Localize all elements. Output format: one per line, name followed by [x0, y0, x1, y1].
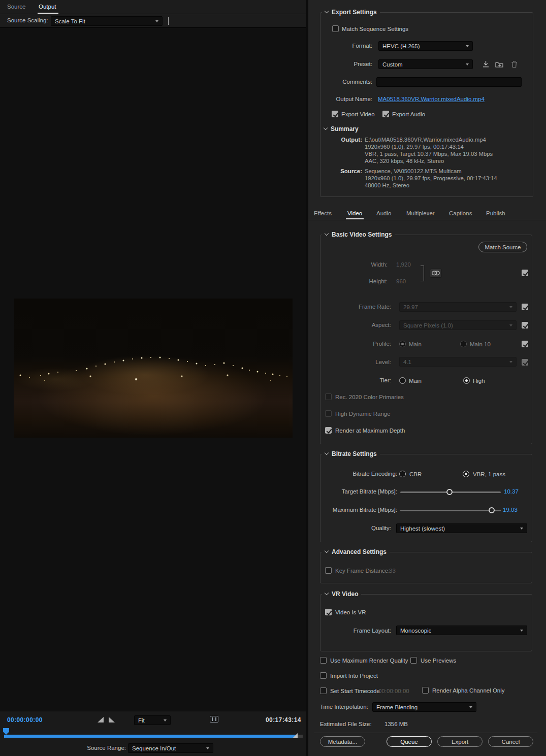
vbr-radio[interactable]	[463, 471, 469, 477]
video-is-vr-label: Video Is VR	[335, 609, 366, 615]
summary-output-line: E:\out\MA0518.360VR,Warrior.mixedAudio.m…	[365, 137, 486, 143]
hdr-checkbox	[325, 410, 332, 417]
bitrate-header[interactable]: Bitrate Settings	[322, 450, 380, 458]
tab-multiplexer[interactable]: Multiplexer	[406, 210, 435, 216]
set-in-point-icon[interactable]	[98, 717, 104, 722]
frame-rate-override-checkbox[interactable]	[522, 304, 528, 310]
match-source-button[interactable]: Match Source	[478, 242, 527, 252]
tab-source[interactable]: Source	[7, 4, 25, 10]
comments-input[interactable]	[376, 77, 522, 87]
tab-output[interactable]: Output	[39, 4, 56, 10]
match-sequence-checkbox[interactable]	[332, 25, 339, 32]
profile-label: Profile:	[311, 341, 391, 347]
max-bitrate-knob[interactable]	[489, 507, 495, 513]
max-depth-label: Render at Maximum Depth	[335, 428, 405, 434]
chevron-down-icon	[325, 451, 329, 455]
video-is-vr-checkbox[interactable]	[325, 609, 332, 615]
render-alpha-checkbox[interactable]	[422, 687, 429, 694]
queue-button[interactable]: Queue	[387, 736, 432, 747]
transport-bar: 00:00:00:00 Fit 00:17:43:14 Source Range…	[0, 711, 306, 756]
width-value: 1,920	[396, 261, 411, 268]
import-into-project-checkbox[interactable]	[320, 672, 327, 679]
set-out-point-icon[interactable]	[109, 717, 115, 722]
chevron-down-icon	[325, 591, 329, 595]
max-depth-checkbox[interactable]	[325, 427, 332, 434]
metadata-button[interactable]: Metadata...	[320, 736, 365, 747]
chevron-down-icon	[466, 45, 469, 47]
hdr-label: High Dynamic Range	[335, 411, 391, 417]
zoom-fit-dropdown[interactable]: Fit	[134, 715, 171, 725]
export-settings-header[interactable]: Export Settings	[322, 8, 380, 16]
tier-main-radio[interactable]	[399, 377, 406, 384]
tab-captions[interactable]: Captions	[449, 210, 472, 216]
level-value: 4.1	[403, 359, 411, 365]
dimensions-override-checkbox[interactable]	[522, 270, 528, 276]
source-range-dropdown[interactable]: Sequence In/Out	[128, 743, 213, 753]
source-range-value: Sequence In/Out	[132, 745, 176, 751]
output-name-link[interactable]: MA0518.360VR,Warrior.mixedAudio.mp4	[378, 96, 485, 102]
active-tab-underline	[38, 13, 58, 14]
frame-layout-value: Monoscopic	[400, 628, 431, 634]
cbr-label: CBR	[409, 471, 422, 477]
summary-output-line: AAC, 320 kbps, 48 kHz, Stereo	[365, 158, 444, 164]
basic-video-title: Basic Video Settings	[332, 231, 392, 238]
aspect-override-checkbox[interactable]	[522, 322, 528, 328]
vr-header[interactable]: VR Video	[322, 590, 361, 598]
max-bitrate-slider[interactable]	[400, 510, 501, 511]
frame-layout-dropdown[interactable]: Monoscopic	[396, 626, 527, 635]
basic-video-header[interactable]: Basic Video Settings	[322, 231, 395, 239]
tier-label: Tier:	[311, 377, 391, 383]
summary-output-line: VBR, 1 pass, Target 10.37 Mbps, Max 19.0…	[365, 151, 493, 157]
cancel-button[interactable]: Cancel	[488, 736, 533, 747]
frame-rate-label: Frame Rate:	[311, 304, 391, 310]
format-dropdown[interactable]: HEVC (H.265)	[378, 41, 473, 51]
keyframe-checkbox[interactable]	[325, 567, 332, 574]
profile-main10-label: Main 10	[470, 341, 491, 347]
use-max-quality-checkbox[interactable]	[320, 657, 327, 664]
current-timecode[interactable]: 00:00:00:00	[7, 716, 43, 724]
export-video-checkbox[interactable]	[332, 111, 338, 117]
tier-high-radio[interactable]	[463, 377, 470, 384]
advanced-title: Advanced Settings	[332, 548, 387, 555]
link-dimensions-icon[interactable]	[430, 269, 442, 278]
preset-dropdown[interactable]: Custom	[378, 59, 473, 69]
preset-value: Custom	[382, 61, 403, 68]
work-area-icon[interactable]	[210, 716, 218, 722]
advanced-header[interactable]: Advanced Settings	[322, 548, 390, 556]
video-preview-area	[0, 28, 306, 711]
target-bitrate-knob[interactable]	[446, 489, 453, 495]
tab-publish[interactable]: Publish	[486, 210, 505, 216]
use-previews-checkbox[interactable]	[410, 657, 417, 664]
preview-image[interactable]	[14, 299, 293, 438]
summary-source-line: 48000 Hz, Stereo	[365, 182, 409, 188]
use-max-quality-label: Use Maximum Render Quality	[330, 658, 408, 664]
tab-video[interactable]: Video	[347, 210, 362, 216]
out-point-handle[interactable]	[293, 733, 298, 738]
chevron-down-icon	[509, 324, 512, 326]
time-interpolation-dropdown[interactable]: Frame Blending	[372, 702, 476, 712]
import-preset-icon[interactable]	[495, 59, 504, 69]
summary-header[interactable]: Summary	[321, 125, 362, 133]
vbr-label: VBR, 1 pass	[473, 471, 505, 477]
summary-source-line: Sequence, VA0500122.MTS Multicam	[365, 168, 462, 174]
cbr-radio[interactable]	[399, 471, 406, 477]
summary-source-label: Source:	[311, 168, 362, 174]
set-start-timecode-checkbox[interactable]	[320, 687, 327, 694]
tab-effects[interactable]: Effects	[314, 210, 332, 216]
target-bitrate-value[interactable]: 10.37	[504, 488, 519, 495]
bitrate-encoding-label: Bitrate Encoding:	[311, 471, 397, 477]
export-button[interactable]: Export	[437, 736, 483, 747]
export-audio-checkbox[interactable]	[382, 111, 389, 117]
delete-preset-icon[interactable]	[509, 59, 519, 69]
profile-override-checkbox[interactable]	[522, 341, 528, 347]
scrubber-range-bar[interactable]	[4, 735, 298, 738]
target-bitrate-label: Target Bitrate [Mbps]:	[311, 488, 397, 495]
playhead-icon[interactable]	[3, 728, 9, 735]
save-preset-icon[interactable]	[481, 59, 490, 69]
export-video-label: Export Video	[341, 111, 375, 117]
preview-panel: Source Output Source Scaling: Scale To F…	[0, 0, 306, 756]
max-bitrate-value[interactable]: 19.03	[503, 507, 518, 513]
source-scaling-dropdown[interactable]: Scale To Fit	[51, 16, 163, 26]
tab-audio[interactable]: Audio	[376, 210, 391, 216]
quality-dropdown[interactable]: Highest (slowest)	[396, 523, 527, 533]
